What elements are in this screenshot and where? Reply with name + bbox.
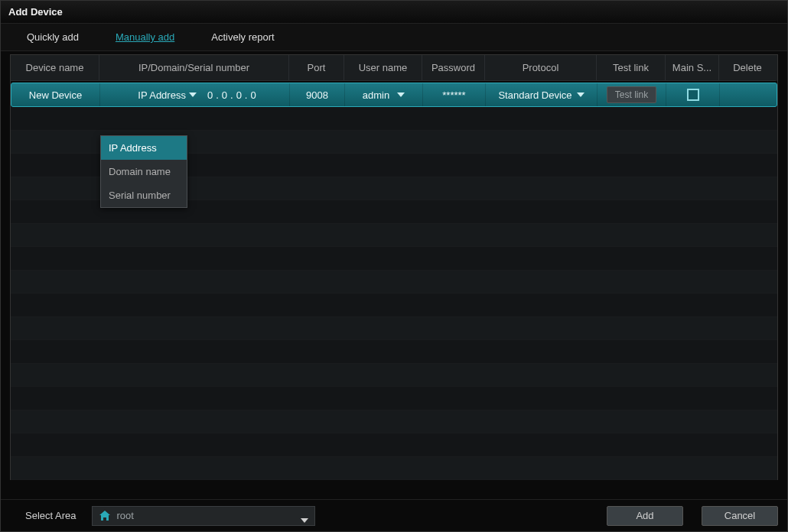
tab-manually-add[interactable]: Manually add: [112, 27, 177, 47]
ip-octet-2: 0: [222, 89, 227, 101]
device-name-cell[interactable]: New Device: [11, 83, 100, 106]
device-table: Device name IP/Domain/Serial number Port…: [10, 54, 778, 480]
port-value: 9008: [306, 89, 328, 101]
username-value: admin: [363, 89, 389, 101]
col-delete: Delete: [719, 55, 776, 81]
add-device-window: Add Device Quickly add Manually add Acti…: [0, 0, 788, 532]
ip-type-value: IP Address: [138, 89, 186, 101]
password-cell[interactable]: ******: [423, 83, 486, 106]
col-device-name: Device name: [11, 55, 99, 81]
username-cell[interactable]: admin: [345, 83, 423, 106]
empty-row: [11, 294, 777, 317]
empty-row: [11, 433, 777, 457]
ip-octet-3: 0: [236, 89, 242, 101]
select-area-value: root: [117, 510, 134, 521]
titlebar: Add Device: [1, 1, 787, 24]
empty-row: [11, 317, 777, 341]
content-area: Device name IP/Domain/Serial number Port…: [1, 51, 787, 499]
window-title: Add Device: [8, 6, 63, 18]
main-stream-cell: [666, 83, 720, 106]
tab-actively-report[interactable]: Actively report: [208, 27, 277, 47]
empty-row: [11, 364, 777, 388]
ip-type-option-ip[interactable]: IP Address: [101, 136, 187, 160]
delete-cell[interactable]: [720, 83, 777, 106]
chevron-down-icon: [189, 92, 197, 97]
ip-address-input[interactable]: 0. 0. 0. 0: [207, 89, 256, 101]
empty-row: [11, 340, 777, 364]
ip-octet-1: 0: [207, 89, 213, 101]
protocol-cell[interactable]: Standard Device: [486, 83, 598, 106]
col-protocol: Protocol: [485, 55, 597, 81]
empty-row: [11, 224, 777, 248]
ip-cell: IP Address 0. 0. 0. 0: [100, 83, 290, 106]
tabs-bar: Quickly add Manually add Actively report: [1, 24, 787, 51]
select-area-label: Select Area: [25, 510, 77, 521]
col-password: Password: [422, 55, 485, 81]
password-value: ******: [442, 89, 465, 101]
cancel-button[interactable]: Cancel: [702, 506, 778, 526]
empty-row: [11, 271, 777, 294]
empty-row: [11, 387, 777, 410]
table-header: Device name IP/Domain/Serial number Port…: [11, 55, 777, 81]
ip-type-options: IP Address Domain name Serial number: [100, 135, 187, 208]
ip-type-option-domain[interactable]: Domain name: [101, 160, 187, 183]
empty-row: [11, 107, 777, 131]
test-link-cell: Test link: [598, 83, 666, 106]
col-user: User name: [344, 55, 422, 81]
protocol-value: Standard Device: [498, 89, 571, 101]
footer: Select Area root Add Cancel: [1, 499, 787, 531]
ip-type-dropdown[interactable]: IP Address: [133, 89, 201, 101]
add-button[interactable]: Add: [607, 506, 683, 526]
device-name-value: New Device: [29, 89, 82, 101]
empty-row: [11, 247, 777, 271]
empty-row: [11, 457, 777, 481]
ip-type-option-serial[interactable]: Serial number: [101, 183, 187, 207]
ip-octet-4: 0: [250, 89, 256, 101]
chevron-down-icon: [577, 92, 584, 97]
empty-row: [11, 410, 777, 434]
test-link-button[interactable]: Test link: [607, 86, 656, 103]
home-icon: [99, 511, 111, 521]
main-stream-checkbox[interactable]: [687, 89, 699, 101]
chevron-down-icon: [301, 518, 308, 523]
col-ip: IP/Domain/Serial number: [99, 55, 289, 81]
select-area-dropdown[interactable]: root: [92, 506, 315, 526]
tab-quickly-add[interactable]: Quickly add: [24, 27, 82, 47]
col-test-link: Test link: [597, 55, 666, 81]
table-row: New Device IP Address 0. 0. 0. 0 9008: [11, 83, 777, 107]
port-cell[interactable]: 9008: [290, 83, 345, 106]
chevron-down-icon: [397, 92, 405, 97]
col-main-stream: Main S...: [666, 55, 719, 81]
col-port: Port: [289, 55, 344, 81]
